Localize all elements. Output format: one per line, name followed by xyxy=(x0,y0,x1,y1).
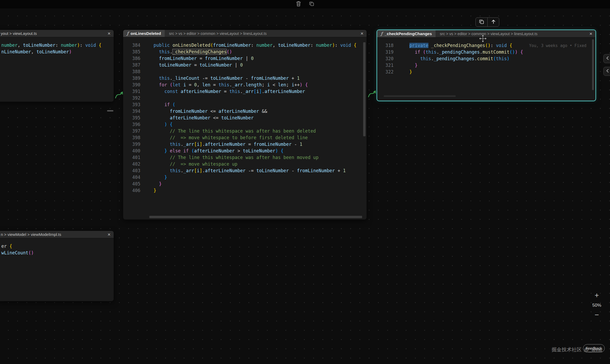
code-line[interactable]: 393 if ( xyxy=(123,101,367,108)
panel-titlebar[interactable]: n > viewModel > viewModelImpl.ts × xyxy=(0,231,114,238)
share-up-button[interactable] xyxy=(487,18,499,26)
code-line[interactable]: 400 } else if (afterLineNumber > toLineN… xyxy=(123,148,367,154)
scrollbar-fragment[interactable] xyxy=(107,110,113,111)
code-token: ++ xyxy=(294,82,300,87)
code-token: ) xyxy=(515,49,517,55)
code-line[interactable]: 319 if (this._pendingChanges.mustCommit(… xyxy=(377,49,595,55)
vertical-scrollbar[interactable] xyxy=(363,42,366,136)
code-line[interactable]: 403 this._arr[i].afterLineNumber -= toLi… xyxy=(123,167,367,174)
zoom-level[interactable]: 50% xyxy=(590,303,603,308)
code-token: // The line this whitespace was after ha… xyxy=(170,128,316,134)
code-line[interactable]: 390 for (let i = 0, len = this._arr.leng… xyxy=(123,82,367,88)
code-token: _arr xyxy=(183,168,194,173)
horizontal-scrollbar[interactable] xyxy=(149,216,362,218)
line-number: 402 xyxy=(123,161,140,167)
zoom-in-button[interactable]: + xyxy=(590,291,603,300)
code-line[interactable]: 406} xyxy=(123,187,367,194)
code-token: toLineNumber xyxy=(278,43,311,48)
code-token: _checkPendingChanges xyxy=(173,49,227,54)
code-token: : xyxy=(335,43,340,48)
code-line[interactable]: 404 } xyxy=(123,174,367,181)
code-line[interactable]: 402 // => move whitespace up xyxy=(123,161,367,167)
code-area[interactable]: er {wLineCount() xyxy=(0,238,114,256)
code-token: afterLineNumber xyxy=(219,109,259,114)
code-token: . xyxy=(229,82,232,87)
code-token: public xyxy=(154,43,173,48)
code-line[interactable]: 385 this._checkPendingChanges() xyxy=(123,49,367,55)
delete-button[interactable] xyxy=(295,1,302,8)
line-number: 389 xyxy=(123,75,140,82)
vertical-scrollbar[interactable] xyxy=(592,39,594,90)
code-token xyxy=(96,43,99,48)
code-token xyxy=(154,128,170,134)
function-tab[interactable]: ƒ _checkPendingChanges xyxy=(377,30,436,37)
close-icon[interactable]: × xyxy=(104,31,114,36)
code-token xyxy=(154,148,164,153)
code-line[interactable]: 388 xyxy=(123,68,367,75)
breadcrumb[interactable]: src > vs > editor > common > viewLayout … xyxy=(169,31,267,36)
code-token: = xyxy=(221,89,229,94)
code-line[interactable]: 397 // The line this whitespace was afte… xyxy=(123,128,367,134)
code-text: const afterLineNumber = this._arr[i].aft… xyxy=(154,88,305,95)
function-tab[interactable]: ƒ onLinesDeleted xyxy=(123,30,165,37)
duplicate-button[interactable] xyxy=(308,1,315,8)
code-panel-viewlayout[interactable]: yout > viewLayout.ts × number, toLineNum… xyxy=(0,30,114,102)
code-line[interactable]: 398 // => move whitespace to before firs… xyxy=(123,134,367,141)
code-line[interactable]: 396 ) { xyxy=(123,121,367,128)
code-token: len xyxy=(278,82,286,87)
infinite-canvas[interactable]: yout > viewLayout.ts × number, toLineNum… xyxy=(0,0,610,364)
code-text: } else if (afterLineNumber > toLineNumbe… xyxy=(154,148,283,154)
line-number: 391 xyxy=(123,88,140,95)
close-icon[interactable]: × xyxy=(357,31,367,36)
code-line[interactable]: 392 xyxy=(123,95,367,101)
code-line[interactable]: 394 fromLineNumber <= afterLineNumber && xyxy=(123,108,367,115)
code-line[interactable]: 321 } xyxy=(377,62,595,69)
code-line[interactable]: 391 const afterLineNumber = this._arr[i]… xyxy=(123,88,367,95)
code-token: 1 xyxy=(300,142,302,147)
line-number: 320 xyxy=(377,55,394,62)
panel-titlebar[interactable]: ƒ onLinesDeleted src > vs > editor > com… xyxy=(123,30,367,37)
code-token: 0 xyxy=(194,82,197,87)
edge-collapse-button[interactable] xyxy=(603,54,610,63)
code-line[interactable]: er { xyxy=(1,243,114,250)
edge-collapse-button[interactable] xyxy=(603,67,610,76)
code-line[interactable]: 389 this._lineCount -= toLineNumber - fr… xyxy=(123,75,367,82)
code-line[interactable]: 387 toLineNumber = toLineNumber | 0 xyxy=(123,62,367,68)
code-line[interactable]: 384public onLinesDeleted(fromLineNumber:… xyxy=(123,42,367,49)
code-text: fromLineNumber = fromLineNumber | 0 xyxy=(154,55,254,62)
code-token: ( xyxy=(170,82,172,87)
code-line[interactable]: 322} xyxy=(377,69,595,75)
copy-panel-button[interactable] xyxy=(476,18,487,26)
code-line[interactable]: 401 // The line this whitespace was afte… xyxy=(123,154,367,161)
code-area[interactable]: 384public onLinesDeleted(fromLineNumber:… xyxy=(123,37,367,194)
breadcrumb[interactable]: src > vs > editor > common > viewLayout … xyxy=(440,32,538,36)
code-token xyxy=(154,62,159,68)
code-panel-onlinesdeleted[interactable]: ƒ onLinesDeleted src > vs > editor > com… xyxy=(123,30,367,220)
line-number: 399 xyxy=(123,141,140,148)
code-token xyxy=(154,89,164,94)
code-token xyxy=(154,109,170,114)
code-area[interactable]: number, toLineNumber: number): void {nLi… xyxy=(0,37,114,55)
code-line[interactable]: nLineNumber, toLineNumber) xyxy=(1,49,114,55)
code-token: // => move whitespace to before first de… xyxy=(170,135,308,140)
code-token: = xyxy=(210,82,219,87)
code-line[interactable]: 395 afterLineNumber <= toLineNumber xyxy=(123,115,367,121)
close-icon[interactable]: × xyxy=(586,31,595,36)
code-line[interactable]: wLineCount() xyxy=(1,250,114,256)
code-token xyxy=(154,82,159,87)
code-token: } xyxy=(409,69,412,74)
code-panel-viewmodelimpl[interactable]: n > viewModel > viewModelImpl.ts × er {w… xyxy=(0,231,114,301)
chevron-left-icon xyxy=(605,68,610,74)
code-token: < xyxy=(270,82,278,87)
zoom-out-button[interactable]: − xyxy=(590,311,603,320)
horizontal-scrollbar[interactable] xyxy=(384,95,456,97)
panel-titlebar[interactable]: yout > viewLayout.ts × xyxy=(0,30,114,37)
code-line[interactable]: 386 fromLineNumber = fromLineNumber | 0 xyxy=(123,55,367,62)
line-number: 400 xyxy=(123,148,140,154)
code-line[interactable]: 405 } xyxy=(123,181,367,187)
code-line[interactable]: 399 this._arr[i].afterLineNumber = fromL… xyxy=(123,141,367,148)
close-icon[interactable]: × xyxy=(104,232,114,237)
code-line[interactable]: 320 this._pendingChanges.commit(this) xyxy=(377,55,595,62)
code-token: | xyxy=(232,62,240,68)
code-line[interactable]: number, toLineNumber: number): void { xyxy=(1,42,114,49)
